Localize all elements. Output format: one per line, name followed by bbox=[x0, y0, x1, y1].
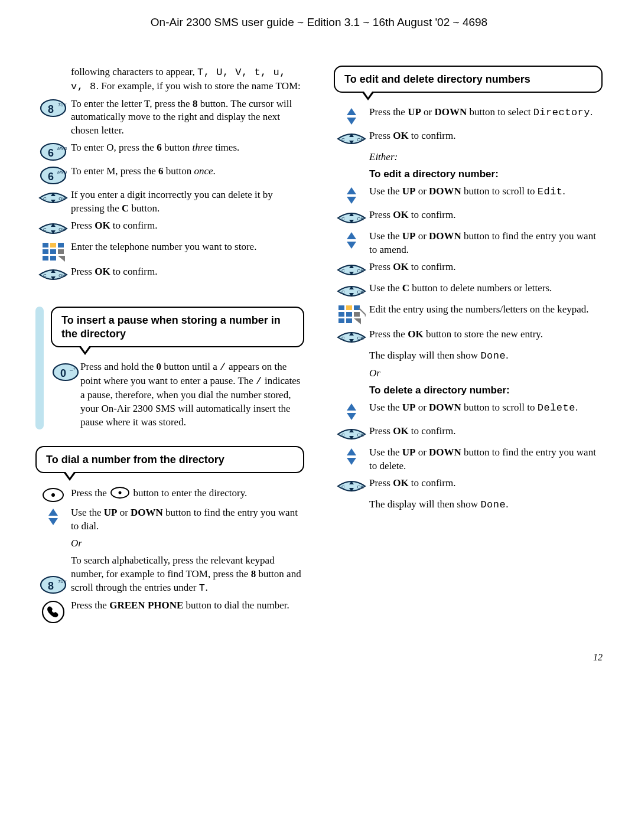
step-dial-updown: Use the UP or DOWN button to find the en… bbox=[71, 506, 304, 533]
dot-button-icon bbox=[41, 487, 65, 503]
r-edit-ok2: Press OK to confirm. bbox=[369, 209, 603, 222]
r-edit-ok3: Press OK to confirm. bbox=[369, 261, 603, 274]
step-enter-m: To enter M, press the 6 button once. bbox=[71, 165, 304, 178]
r-either: Either: bbox=[369, 151, 603, 164]
c-ok-key-icon bbox=[336, 262, 367, 278]
r-delete-head: To delete a directory number: bbox=[369, 384, 603, 398]
step-dial-green: Press the GREEN PHONE button to dial the… bbox=[71, 599, 304, 613]
c-ok-key-icon bbox=[336, 283, 367, 299]
c-ok-key-icon bbox=[336, 478, 367, 494]
r-edit-scroll: Use the UP or DOWN button to scroll to E… bbox=[369, 185, 603, 199]
keypad-icon bbox=[41, 242, 65, 262]
dial-or: Or bbox=[71, 537, 304, 551]
green-phone-icon bbox=[41, 600, 65, 624]
r-done2: The display will then show Done. bbox=[369, 498, 603, 512]
step-enter-number: Enter the telephone number you want to s… bbox=[71, 240, 304, 254]
left-column: following characters to appear, T, U, V,… bbox=[35, 66, 304, 627]
c-ok-key-icon bbox=[336, 131, 367, 147]
c-ok-key-icon bbox=[336, 210, 367, 226]
intro-text: following characters to appear, T, U, V,… bbox=[71, 66, 304, 94]
updown-arrows-icon bbox=[345, 186, 358, 205]
updown-arrows-icon bbox=[345, 447, 358, 466]
step-dial-enter: Press the button to enter the directory. bbox=[71, 486, 304, 500]
r-edit-c: Use the C button to delete numbers or le… bbox=[369, 282, 603, 295]
svg-point-37 bbox=[119, 491, 122, 494]
r-step-select-directory: Press the UP or DOWN button to select Di… bbox=[369, 106, 603, 120]
r-del-scroll: Use the UP or DOWN button to scroll to D… bbox=[369, 401, 603, 415]
r-done1: The display will then show Done. bbox=[369, 349, 603, 363]
r-edit-head: To edit a directory number: bbox=[369, 168, 603, 181]
r-step-ok1: Press OK to confirm. bbox=[369, 129, 603, 143]
r-del-ok2: Press OK to confirm. bbox=[369, 477, 603, 490]
step-delete-incorrect: If you enter a digit incorrectly you can… bbox=[71, 188, 304, 216]
c-ok-key-icon bbox=[37, 190, 69, 206]
pause-rail bbox=[35, 307, 44, 429]
c-ok-key-icon bbox=[336, 426, 367, 442]
key-0-icon bbox=[52, 363, 79, 382]
key-6-icon bbox=[40, 166, 67, 185]
r-del-ok1: Press OK to confirm. bbox=[369, 425, 603, 438]
key-6-icon bbox=[40, 142, 67, 161]
r-edit-find: Use the UP or DOWN button to find the en… bbox=[369, 230, 603, 257]
r-edit-entry: Edit the entry using the numbers/letters… bbox=[369, 303, 603, 317]
callout-dial-number: To dial a number from the directory bbox=[35, 446, 304, 474]
updown-arrows-icon bbox=[345, 231, 358, 250]
updown-arrows-icon bbox=[345, 107, 358, 126]
key-8-icon bbox=[40, 99, 67, 118]
updown-arrows-icon bbox=[345, 402, 358, 421]
step-ok-confirm-2: Press OK to confirm. bbox=[71, 265, 304, 279]
key-8-icon bbox=[40, 575, 67, 594]
r-edit-store: Press the OK button to store the new ent… bbox=[369, 328, 603, 341]
step-pause: Press and hold the 0 button until a / ap… bbox=[80, 360, 304, 429]
step-dial-search: To search alphabetically, press the rele… bbox=[71, 554, 304, 595]
right-column: To edit and delete directory numbers Pre… bbox=[334, 66, 603, 627]
r-or: Or bbox=[369, 367, 603, 380]
page-header: On-Air 2300 SMS user guide ~ Edition 3.1… bbox=[35, 15, 603, 30]
c-ok-key-icon bbox=[37, 266, 69, 283]
updown-arrows-icon bbox=[47, 507, 60, 526]
callout-insert-pause: To insert a pause when storing a number … bbox=[51, 307, 304, 347]
step-ok-confirm-1: Press OK to confirm. bbox=[71, 219, 304, 233]
c-ok-key-icon bbox=[37, 220, 69, 237]
step-enter-t: To enter the letter T, press the 8 butto… bbox=[71, 97, 304, 138]
keypad-edit-icon bbox=[337, 304, 366, 324]
callout-edit-delete: To edit and delete directory numbers bbox=[334, 66, 603, 93]
step-enter-o: To enter O, press the 6 button three tim… bbox=[71, 141, 304, 155]
r-del-find: Use the UP or DOWN button to find the en… bbox=[369, 446, 603, 473]
c-ok-key-icon bbox=[336, 329, 367, 346]
page-number: 12 bbox=[35, 651, 603, 664]
dot-button-inline-icon bbox=[109, 486, 131, 499]
